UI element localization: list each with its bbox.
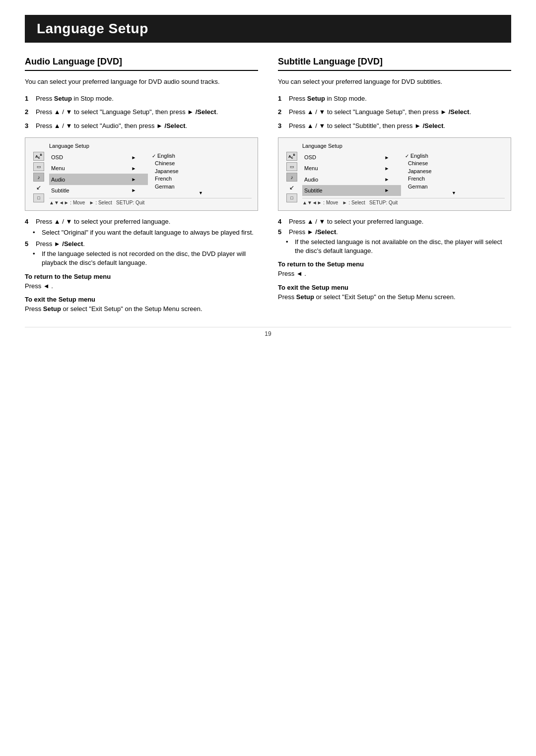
audio-step-4-bullets: • Select "Original" if you want the defa… (33, 228, 258, 237)
audio-step-4-num: 4 (25, 218, 32, 225)
audio-step-2-content: Press ▲ / ▼ to select "Language Setup", … (36, 107, 258, 117)
audio-screenshot-inner: AcB ▭ ♪ ↙ □ Language Setup OSD ► (31, 143, 252, 205)
subtitle-step-1-num: 1 (278, 94, 285, 104)
lang-german: German (152, 183, 250, 190)
audio-screenshot: AcB ▭ ♪ ↙ □ Language Setup OSD ► (25, 137, 258, 211)
audio-step-4-bullet-text: Select "Original" if you want the defaul… (42, 228, 254, 237)
audio-step5-bullet-dot: • (33, 250, 39, 267)
subtitle-step-4-num: 4 (278, 218, 285, 225)
subtitle-menu-arrow-menu: ► (373, 163, 401, 174)
subtitle-step-5-num: 5 (278, 228, 285, 236)
subtitle-menu-arrow-osd: ► (373, 152, 401, 163)
subtitle-exit-heading: To exit the Setup menu (278, 284, 511, 291)
audio-step-3-num: 3 (25, 121, 32, 131)
audio-step-5-bullet-1: • If the language selected is not record… (33, 250, 258, 267)
subtitle-footer-text: ▲▼◄► : Move ► : Select SETUP: Quit (302, 200, 398, 205)
audio-screen-title: Language Setup (49, 143, 252, 149)
subtitle-menu-table: OSD ► ✓ English Chinese Japanese French (302, 152, 505, 196)
icon-screen: ▭ (33, 162, 44, 171)
audio-return-heading: To return to the Setup menu (25, 273, 258, 280)
subtitle-menu-arrow-subtitle: ► (373, 185, 401, 196)
two-col-layout: Audio Language [DVD] You can select your… (25, 57, 511, 317)
subtitle-steps-list: 1 Press Setup in Stop mode. 2 Press ▲ / … (278, 94, 511, 131)
menu-item-audio: Audio (49, 174, 120, 185)
audio-section-heading: Audio Language [DVD] (25, 57, 258, 71)
subtitle-exit-text: Press Setup or select "Exit Setup" on th… (278, 292, 511, 302)
menu-arrow-audio: ► (120, 174, 148, 185)
audio-menu-table: OSD ► ✓ English Chinese Japanese French (49, 152, 252, 196)
subtitle-step-2-num: 2 (278, 107, 285, 117)
audio-exit-heading: To exit the Setup menu (25, 296, 258, 303)
subtitle-menu-row-osd: OSD ► ✓ English Chinese Japanese French (302, 152, 505, 163)
audio-footer-text: ▲▼◄► : Move ► : Select SETUP: Quit (49, 200, 144, 205)
subtitle-icon-box: □ (286, 193, 297, 202)
icon-arrow: ↙ (33, 183, 44, 192)
page-title: Language Setup (37, 21, 148, 37)
lang-japanese: Japanese (152, 168, 250, 175)
audio-step-2-num: 2 (25, 107, 32, 117)
audio-step-2: 2 Press ▲ / ▼ to select "Language Setup"… (25, 107, 258, 117)
audio-step-5: 5 Press ► /Select. (25, 240, 258, 248)
menu-row-osd: OSD ► ✓ English Chinese Japanese French (49, 152, 252, 163)
subtitle-step-5-bullet-1: • If the selected language is not availa… (286, 238, 511, 255)
lang-down-arrow: ▼ (152, 190, 250, 195)
subtitle-screen-footer: ▲▼◄► : Move ► : Select SETUP: Quit (302, 198, 505, 205)
subtitle-step-3-num: 3 (278, 121, 285, 131)
audio-step-5-num: 5 (25, 240, 32, 248)
subtitle-step-5-content: Press ► /Select. (289, 228, 338, 236)
subtitle-step-3-content: Press ▲ / ▼ to select "Subtitle", then p… (289, 121, 511, 131)
subtitle-language-section: Subtitle Language [DVD] You can select y… (278, 57, 511, 317)
subtitle-screen-title: Language Setup (302, 143, 505, 149)
subtitle-step-3: 3 Press ▲ / ▼ to select "Subtitle", then… (278, 121, 511, 131)
audio-bullet-dot: • (33, 228, 39, 237)
subtitle-menu-item-audio: Audio (302, 174, 373, 185)
audio-language-section: Audio Language [DVD] You can select your… (25, 57, 258, 317)
audio-step-1: 1 Press Setup in Stop mode. (25, 94, 258, 104)
menu-arrow-subtitle: ► (120, 185, 148, 196)
audio-step-5-content: Press ► /Select. (36, 240, 85, 248)
subtitle-screen-icons: AcB ▭ ♪ ↙ □ (284, 143, 299, 205)
subtitle-icon-abc: AcB (286, 152, 297, 161)
subtitle-return-heading: To return to the Setup menu (278, 260, 511, 268)
subtitle-screenshot-inner: AcB ▭ ♪ ↙ □ Language Setup OSD ► (284, 143, 505, 205)
audio-step-5-bullet-text: If the language selected is not recorded… (42, 250, 258, 267)
subtitle-step-4: 4 Press ▲ / ▼ to select your preferred l… (278, 218, 511, 225)
subtitle-lang-list: ✓ English Chinese Japanese French German… (403, 152, 503, 195)
lang-french: French (152, 175, 250, 183)
subtitle-screen-main: Language Setup OSD ► ✓ English Chinese J (302, 143, 505, 205)
lang-chinese: Chinese (152, 160, 250, 167)
audio-steps-list: 1 Press Setup in Stop mode. 2 Press ▲ / … (25, 94, 258, 131)
page-container: Language Setup Audio Language [DVD] You … (0, 0, 536, 370)
audio-screen-icons: AcB ▭ ♪ ↙ □ (31, 143, 46, 205)
audio-step-1-num: 1 (25, 94, 32, 104)
subtitle-step-1: 1 Press Setup in Stop mode. (278, 94, 511, 104)
audio-step-4: 4 Press ▲ / ▼ to select your preferred l… (25, 218, 258, 225)
audio-screen-footer: ▲▼◄► : Move ► : Select SETUP: Quit (49, 198, 252, 205)
audio-step-4-bullet-1: • Select "Original" if you want the defa… (33, 228, 258, 237)
menu-arrow-osd: ► (120, 152, 148, 163)
icon-abc: AcB (33, 152, 44, 161)
menu-item-osd: OSD (49, 152, 120, 163)
menu-item-subtitle: Subtitle (49, 185, 120, 196)
icon-music: ♪ (33, 173, 44, 182)
audio-lang-list: ✓ English Chinese Japanese French German… (150, 152, 250, 195)
subtitle-menu-item-subtitle: Subtitle (302, 185, 373, 196)
subtitle-lang-french: French (405, 175, 503, 183)
audio-step-1-content: Press Setup in Stop mode. (36, 94, 258, 104)
audio-step-4-content: Press ▲ / ▼ to select your preferred lan… (36, 218, 170, 225)
subtitle-menu-item-menu: Menu (302, 163, 373, 174)
lang-english: ✓ English (152, 152, 250, 160)
subtitle-step-5-bullets: • If the selected language is not availa… (286, 238, 511, 255)
subtitle-section-heading: Subtitle Language [DVD] (278, 57, 511, 71)
subtitle-icon-arrow: ↙ (286, 183, 297, 192)
subtitle-icon-music: ♪ (286, 173, 297, 182)
subtitle-step5-bullet-dot: • (286, 238, 292, 255)
subtitle-lang-english: ✓ English (405, 152, 503, 160)
menu-item-menu: Menu (49, 163, 120, 174)
subtitle-menu-arrow-audio: ► (373, 174, 401, 185)
subtitle-screenshot: AcB ▭ ♪ ↙ □ Language Setup OSD ► (278, 137, 511, 211)
subtitle-lang-japanese: Japanese (405, 168, 503, 175)
subtitle-step-2: 2 Press ▲ / ▼ to select "Language Setup"… (278, 107, 511, 117)
subtitle-lang-chinese: Chinese (405, 160, 503, 167)
subtitle-lang-german: German (405, 183, 503, 190)
